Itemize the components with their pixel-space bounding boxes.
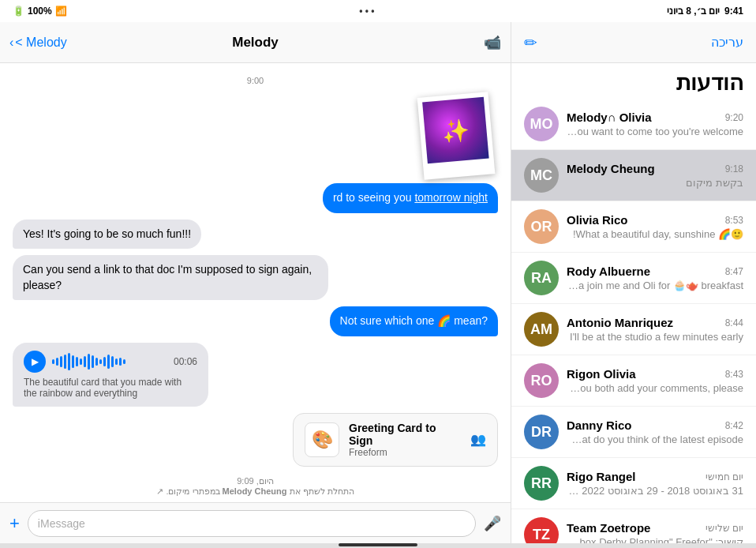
waveform-bar [99,359,102,364]
compose-button[interactable]: ✏ [524,33,537,52]
status-right: 9:41 יום ב׳, 8 ביוני [667,6,743,17]
sidebar-item-danny[interactable]: DR 8:42 Danny Rico What do you think of … [511,407,756,458]
freeform-title: Greeting Card to Sign [349,422,461,447]
name-danny: Danny Rico [567,419,632,432]
avatar-danny: DR [524,415,559,449]
waveform-bar [60,356,62,367]
sidebar-item-content-danny: 8:42 Danny Rico What do you think of the… [567,419,743,445]
video-call-button[interactable]: 📹 [484,34,501,51]
system-message: היום, 9:09 התחלת לשתף את Melody Cheung ב… [13,476,498,497]
preview-melody-cheung: בקשת מיקום [567,177,743,189]
waveform-bar [52,359,54,364]
sidebar-item-antonio[interactable]: AM 8:44 Antonio Manriquez I'll be at the… [511,304,756,355]
sidebar-item-rigon[interactable]: RO 8:43 Rigon Olivia Can you both add yo… [511,355,756,407]
bubble-row-rainbow: Not sure which one 🌈 mean? [13,306,498,336]
avatar-melody-olivia: MO [524,107,559,141]
name-rigon: Rigon Olivia [567,367,636,381]
chat-panel: ‹ < Melody Melody 📹 9:00 rd to seeing yo… [0,22,511,543]
waveform-bar [84,356,86,367]
waveform-bar [68,353,70,370]
time-label: 9:41 [724,6,743,17]
wifi-icon: 📶 [55,6,67,17]
battery-label: 100% [28,6,52,17]
back-button[interactable]: ‹ < Melody [9,36,67,50]
sidebar-item-melody-cheung[interactable]: MC 9:18 Melody Cheung בקשת מיקום [511,150,756,201]
waveform [52,352,167,371]
avatar-olivia-rico: OR [524,209,559,244]
waveform-bar [92,355,94,368]
time-rigon: 8:43 [725,369,743,380]
message-placeholder: iMessage [38,517,85,530]
edit-button[interactable]: עריכה [711,35,743,50]
freeform-card-row: 🎨 Greeting Card to Sign Freeform 👥 [13,413,498,467]
preview-rody: Do you wanna join me and Oli for 🧁🫖 brea… [567,280,743,291]
sidebar-item-content-rigon: 8:43 Rigon Olivia Can you both add your … [567,367,743,394]
avatar-team-zoetrope: TZ [524,517,559,543]
voice-controls: ▶ [24,351,197,373]
waveform-bar [111,356,114,367]
sidebar-item-rody[interactable]: RA 8:47 Rody Albuerne Do you wanna join … [511,253,756,304]
preview-melody-olivia: Going on this ride... if you want to com… [567,126,743,137]
avatar-rigo: RR [524,466,559,501]
voice-message: ▶ [13,343,208,407]
message-input[interactable]: iMessage [28,510,476,537]
sidebar-item-melody-olivia[interactable]: MO 9:20 Melody∩ Olivia Going on this rid… [511,99,756,150]
avatar-rody: RA [524,261,559,295]
waveform-bar [123,359,125,364]
sidebar-item-content-rigo: יום חמישי Rigo Rangel 31 באוגוסט 2018 - … [567,470,743,497]
bubble-rainbow: Not sure which one 🌈 mean? [330,306,498,336]
play-button[interactable]: ▶ [24,351,46,373]
voice-caption: The beautiful card that you made with th… [24,377,197,399]
avatar-rigon: RO [524,363,559,398]
bubble-fun: Yes! It's going to be so much fun!!! [13,220,201,250]
time-team-zoetrope: יום שלישי [705,523,743,534]
bubble-row-tomorrow: rd to seeing you tomorrow night [13,183,498,213]
polaroid-image [417,92,496,179]
name-team-zoetrope: Team Zoetrope [567,521,650,535]
name-melody-cheung: Melody Cheung [567,162,655,175]
status-bar: 🔋 100% 📶 • • • 9:41 יום ב׳, 8 ביוני [0,0,756,22]
freeform-subtitle: Freeform [349,447,461,458]
preview-danny: What do you think of the latest episode? [567,434,743,445]
sidebar-item-team-zoetrope[interactable]: TZ יום שלישי Team Zoetrope קישור: "Soapb… [511,509,756,543]
main-container: ‹ < Melody Melody 📹 9:00 rd to seeing yo… [0,22,756,543]
waveform-bar [95,358,98,366]
tomorrow-link[interactable]: tomorrow night [414,191,488,204]
bubble-row-fun: Yes! It's going to be so much fun!!! [13,220,498,250]
time-danny: 8:42 [725,420,743,431]
voice-message-row: ▶ [13,343,498,407]
waveform-bar [103,357,106,366]
microphone-button[interactable]: 🎤 [484,515,501,532]
sidebar-header: ✏ עריכה [511,22,756,63]
home-indicator-bar [0,543,756,548]
battery-icon: 🔋 [13,6,24,17]
sidebar-item-rigo[interactable]: RR יום חמישי Rigo Rangel 31 באוגוסט 2018… [511,458,756,509]
sidebar-item-content-olivia-rico: 8:53 Olivia Rico 🙂🌈 What a beautiful day… [567,213,743,240]
waveform-bar [115,358,118,365]
name-antonio: Antonio Manriquez [567,316,673,329]
sidebar-item-content-rody: 8:47 Rody Albuerne Do you wanna join me … [567,265,743,291]
system-time: היום, 9:09 [237,476,274,486]
name-melody-olivia: Melody∩ Olivia [567,111,652,124]
freeform-card[interactable]: 🎨 Greeting Card to Sign Freeform 👥 [293,413,498,467]
time-antonio: 8:44 [725,317,743,328]
preview-team-zoetrope: קישור: "Soapbox Derby Planning" Freefor … [567,536,743,543]
freeform-thumbnail: 🎨 [305,422,339,457]
bubble-doc: Can you send a link to that doc I'm supp… [13,255,328,300]
bubble-row-doc: Can you send a link to that doc I'm supp… [13,255,498,300]
back-chevron: ‹ [9,36,13,50]
name-rody: Rody Albuerne [567,265,650,278]
sidebar-item-content-melody-olivia: 9:20 Melody∩ Olivia Going on this ride..… [567,111,743,137]
add-attachment-button[interactable]: + [9,513,20,534]
sidebar-item-olivia-rico[interactable]: OR 8:53 Olivia Rico 🙂🌈 What a beautiful … [511,201,756,253]
sidebar-item-content-team-zoetrope: יום שלישי Team Zoetrope קישור: "Soapbox … [567,521,743,543]
preview-rigon: Can you both add your comments, please? [567,382,743,394]
date-label: יום ב׳, 8 ביוני [667,6,720,17]
sidebar-title: הודעות [524,69,743,96]
chat-header: ‹ < Melody Melody 📹 [0,22,511,63]
sidebar-title-row: הודעות [511,63,756,99]
chat-messages: 9:00 rd to seeing you tomorrow night Yes… [0,63,511,502]
system-location-text: התחלת לשתף את Melody Cheung במפתרי מיקום… [156,486,354,496]
waveform-bar [80,358,82,365]
time-rody: 8:47 [725,266,743,277]
